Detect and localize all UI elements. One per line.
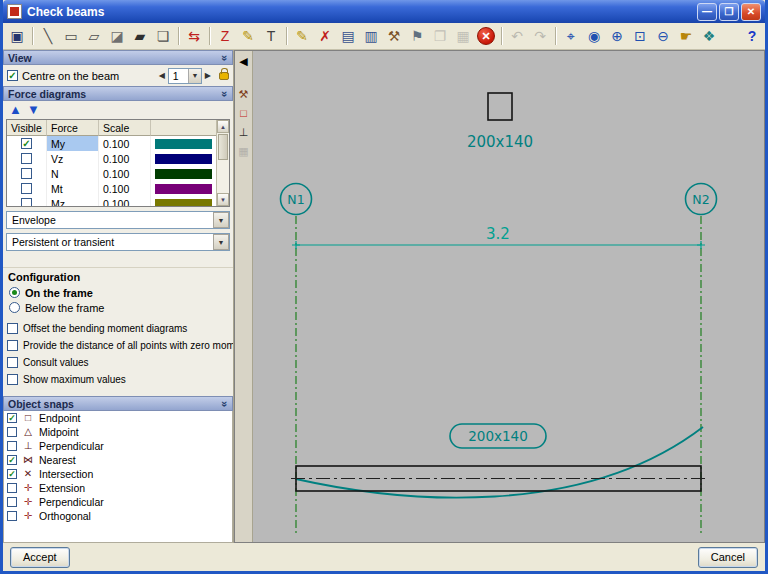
force-color-swatch <box>155 169 212 179</box>
radio-button[interactable] <box>9 302 20 313</box>
zoom-in-icon[interactable]: ⊕ <box>606 25 628 47</box>
zoom-window-icon[interactable]: ⌖ <box>560 25 582 47</box>
pointer-icon[interactable]: ◀ <box>236 54 251 69</box>
force-name-cell[interactable]: Mz <box>47 196 99 207</box>
save-icon[interactable]: ▣ <box>6 25 28 47</box>
checkbox[interactable] <box>7 323 18 334</box>
centre-on-beam-row: ✓ Centre on the beam ◀ 1 ▼ ▶ <box>3 65 233 86</box>
move-up-icon[interactable]: ▲ <box>9 103 22 116</box>
snap-checkbox[interactable]: ✓ <box>7 413 17 423</box>
force-visible-checkbox[interactable] <box>21 153 32 164</box>
snap-checkbox[interactable]: ✓ <box>7 455 17 465</box>
flag-icon[interactable]: ⚑ <box>406 25 428 47</box>
move-down-icon[interactable]: ▼ <box>27 103 40 116</box>
force-name-cell[interactable]: N <box>47 166 99 181</box>
force-visible-checkbox[interactable]: ✓ <box>21 138 32 149</box>
edit-depth-icon[interactable]: Z <box>214 25 236 47</box>
force-visible-checkbox[interactable] <box>21 168 32 179</box>
edit-polygon-icon[interactable]: ▱ <box>83 25 105 47</box>
tools-icon[interactable]: ⚒ <box>383 25 405 47</box>
filled-section-icon[interactable]: ▰ <box>129 25 151 47</box>
force-color-cell[interactable] <box>151 196 217 207</box>
erase-icon[interactable]: ◪ <box>106 25 128 47</box>
zoom-extents-icon[interactable]: ⊡ <box>629 25 651 47</box>
force-scale-cell[interactable]: 0.100 <box>99 136 151 151</box>
pan-icon[interactable]: ☛ <box>675 25 697 47</box>
text-icon[interactable]: T <box>260 25 282 47</box>
force-color-cell[interactable] <box>151 166 217 181</box>
force-table-row[interactable]: Mt0.100 <box>7 181 229 196</box>
help-icon[interactable]: ? <box>742 26 762 46</box>
force-order-controls: ▲ ▼ <box>3 101 233 118</box>
force-scale-cell[interactable]: 0.100 <box>99 196 151 207</box>
cancel-button[interactable]: Cancel <box>698 547 758 568</box>
force-scale-cell[interactable]: 0.100 <box>99 166 151 181</box>
notebook-icon[interactable]: ▤ <box>337 25 359 47</box>
scrollbar-thumb[interactable] <box>218 134 228 160</box>
snap-checkbox[interactable] <box>7 511 17 521</box>
force-scale-cell[interactable]: 0.100 <box>99 181 151 196</box>
centre-on-beam-checkbox[interactable]: ✓ <box>7 70 18 81</box>
drawing-canvas[interactable]: ◀⚒□⊥▦ 200x140 N1 N2 3.2 <box>234 50 765 543</box>
annotate-icon[interactable]: ✎ <box>237 25 259 47</box>
zoom-out-icon[interactable]: ⊖ <box>652 25 674 47</box>
force-visible-checkbox[interactable] <box>21 198 32 207</box>
toolbar-separator <box>555 27 556 45</box>
force-name-cell[interactable]: Mt <box>47 181 99 196</box>
force-table-row[interactable]: Vz0.100 <box>7 151 229 166</box>
force-color-cell[interactable] <box>151 136 217 151</box>
accept-button[interactable]: Accept <box>10 547 70 568</box>
beam-number-value: 1 <box>173 70 179 82</box>
chevron-down-icon[interactable]: ▼ <box>213 234 229 250</box>
snap-checkbox[interactable] <box>7 441 17 451</box>
report-icon[interactable]: ▥ <box>360 25 382 47</box>
snap-checkbox[interactable]: ✓ <box>7 469 17 479</box>
minimize-button[interactable]: — <box>697 3 717 21</box>
draw-rectangle-icon[interactable]: ▭ <box>60 25 82 47</box>
zoom-dynamic-icon[interactable]: ◉ <box>583 25 605 47</box>
radio-button[interactable] <box>9 287 20 298</box>
checkbox[interactable] <box>7 357 18 368</box>
snap-checkbox[interactable] <box>7 497 17 507</box>
lock-icon[interactable] <box>219 72 229 80</box>
titlebar[interactable]: Check beams — ❐ ✕ <box>3 0 765 23</box>
force-name-cell[interactable]: My <box>47 136 99 151</box>
draw-line-icon[interactable]: ╲ <box>37 25 59 47</box>
load-case-select[interactable]: Persistent or transient ▼ <box>6 233 230 251</box>
force-scale-cell[interactable]: 0.100 <box>99 151 151 166</box>
force-table-row[interactable]: N0.100 <box>7 166 229 181</box>
chevron-down-icon[interactable]: ▼ <box>213 212 229 228</box>
snap-checkbox[interactable] <box>7 427 17 437</box>
checkbox[interactable] <box>7 340 18 351</box>
checkbox[interactable] <box>7 374 18 385</box>
dimension-icon[interactable]: ⇆ <box>183 25 205 47</box>
force-name-cell[interactable]: Vz <box>47 151 99 166</box>
scroll-down-icon[interactable]: ▼ <box>217 193 229 206</box>
cancel-icon[interactable]: ✕ <box>477 27 495 45</box>
snap-checkbox[interactable] <box>7 483 17 493</box>
force-table-row[interactable]: ✓My0.100 <box>7 136 229 151</box>
chevron-down-icon[interactable]: ▼ <box>188 69 201 83</box>
tools-icon[interactable]: ⚒ <box>236 87 251 102</box>
envelope-select[interactable]: Envelope ▼ <box>6 211 230 229</box>
force-diagrams-section-header[interactable]: Force diagrams » <box>3 86 233 101</box>
redraw-icon[interactable]: ❖ <box>698 25 720 47</box>
force-visible-checkbox[interactable] <box>21 183 32 194</box>
maximize-button[interactable]: ❐ <box>719 3 739 21</box>
close-button[interactable]: ✕ <box>741 3 761 21</box>
force-table-scrollbar[interactable]: ▲ ▼ <box>216 120 229 206</box>
force-color-cell[interactable] <box>151 151 217 166</box>
view-section-header[interactable]: View » <box>3 50 233 65</box>
edit-detail-icon[interactable]: ❏ <box>152 25 174 47</box>
force-table-row[interactable]: Mz0.100 <box>7 196 229 207</box>
force-color-cell[interactable] <box>151 181 217 196</box>
next-beam-icon[interactable]: ▶ <box>203 69 213 82</box>
perpendicular-icon[interactable]: ⊥ <box>236 125 251 140</box>
beam-number-select[interactable]: 1 ▼ <box>168 68 202 84</box>
prev-beam-icon[interactable]: ◀ <box>157 69 167 82</box>
section-icon[interactable]: □ <box>236 106 251 121</box>
scroll-up-icon[interactable]: ▲ <box>217 120 229 133</box>
pencil-icon[interactable]: ✎ <box>291 25 313 47</box>
object-snaps-section-header[interactable]: Object snaps » <box>3 396 233 411</box>
delete-annotation-icon[interactable]: ✗ <box>314 25 336 47</box>
